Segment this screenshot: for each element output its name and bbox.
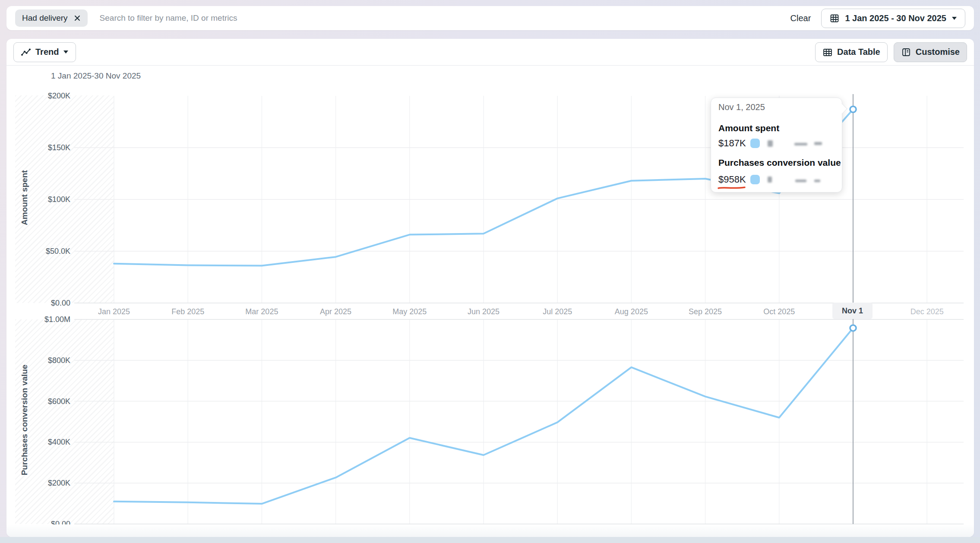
card-bottom-fade [6, 524, 974, 537]
hovered-x-label: Nov 1 [832, 303, 873, 319]
tooltip-metric-amount-spent: Amount spent [718, 123, 779, 133]
chart-plot-area[interactable] [0, 0, 980, 543]
redacted-text [814, 180, 820, 182]
tooltip-value-purchases-conversion-value: $958K [718, 174, 746, 185]
tooltip-row: $187K [718, 138, 822, 149]
y-tick-label: $400K [15, 437, 70, 447]
y-axis-title-purchases-conversion-value: Purchases conversion value [20, 290, 29, 543]
x-tick-label: Jan 2025 [79, 306, 149, 318]
y-tick-label: $50.0K [15, 246, 70, 256]
y-tick-label: $200K [15, 478, 70, 488]
highlighted-data-point [850, 106, 856, 112]
tooltip-row: $958K [718, 174, 820, 185]
tooltip-metric-purchases-conversion-value: Purchases conversion value [718, 158, 841, 168]
chart-tooltip: Nov 1, 2025 Amount spent $187K Purchases… [711, 98, 842, 193]
x-tick-label: Mar 2025 [227, 306, 296, 318]
series-color-swatch [750, 139, 760, 148]
tooltip-value-amount-spent: $187K [718, 138, 746, 149]
y-tick-label: $200K [15, 91, 70, 101]
x-tick-label: Jul 2025 [523, 306, 592, 318]
tooltip-date: Nov 1, 2025 [718, 102, 765, 112]
x-tick-label: Dec 2025 [892, 306, 961, 318]
y-tick-label: $1.00M [15, 315, 70, 324]
page-bottom-strip [0, 537, 980, 543]
y-tick-label: $150K [15, 143, 70, 152]
annotation-underline-icon [718, 186, 746, 190]
redacted-text [768, 140, 773, 147]
y-tick-label: $800K [15, 356, 70, 365]
x-tick-label: Feb 2025 [153, 306, 222, 318]
series-color-swatch [750, 175, 760, 184]
x-tick-label: Jun 2025 [449, 306, 518, 318]
y-tick-label: $600K [15, 397, 70, 406]
y-tick-label: $100K [15, 195, 70, 204]
redacted-text [768, 177, 772, 183]
y-tick-label: $0.00 [15, 298, 70, 308]
x-tick-label: Apr 2025 [301, 306, 370, 318]
x-tick-label: Oct 2025 [745, 306, 814, 318]
x-tick-label: Sep 2025 [671, 306, 740, 318]
redacted-text [795, 180, 806, 182]
x-tick-label: Aug 2025 [597, 306, 666, 318]
x-tick-label: May 2025 [375, 306, 444, 318]
redacted-text [794, 143, 807, 145]
highlighted-data-point [850, 325, 856, 331]
redacted-text [814, 142, 822, 145]
analytics-page: Had delivery Clear 1 Jan 2025 - 30 Nov 2… [0, 0, 980, 543]
